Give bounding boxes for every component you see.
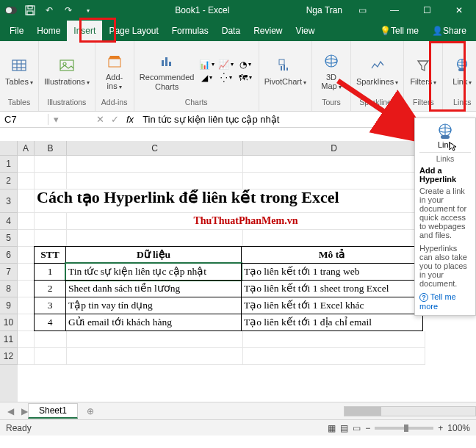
minimize-icon[interactable]: — [382, 1, 407, 19]
ribbon-group-addins: Add-ins Add-ins [95, 41, 134, 111]
zoom-slider[interactable] [375, 427, 433, 430]
app-name: Excel [208, 5, 229, 15]
window-title: Book1 - Excel [98, 5, 306, 15]
row-7[interactable]: 7 [0, 264, 18, 281]
sheet-nav-next-icon[interactable]: ▶ [21, 406, 28, 416]
row-6[interactable]: 6 [0, 247, 18, 264]
formula-bar: C7 ▾ ✕ ✓ fx Tin tức sự kiện liên tục cập… [0, 112, 476, 128]
row-11[interactable]: 11 [0, 331, 18, 348]
svg-rect-4 [27, 11, 33, 15]
sheet-tab-1[interactable]: Sheet1 [28, 403, 78, 419]
zoom-value[interactable]: 100% [447, 423, 470, 433]
ribbon-group-tours: 3D Map Tours [312, 41, 351, 111]
titlebar-right: Nga Tran ▭ — ☐ ✕ [306, 1, 476, 19]
chart-pie-icon[interactable]: ◔ [239, 59, 251, 71]
svg-rect-10 [60, 60, 73, 71]
new-sheet-icon[interactable]: ⊕ [78, 406, 103, 416]
row-9[interactable]: 9 [0, 297, 18, 314]
menu-share[interactable]: 👤 Share [425, 21, 473, 41]
chart-map-icon[interactable]: 🗺 [239, 72, 251, 84]
ribbon-group-illustrations: Illustrations Illustrations [39, 41, 95, 111]
select-all-corner[interactable] [0, 141, 18, 155]
book-name: Book1 [175, 5, 200, 15]
menu-view[interactable]: View [289, 21, 322, 41]
menu-data[interactable]: Data [215, 21, 247, 41]
ribbon-display-icon[interactable]: ▭ [350, 1, 375, 19]
undo-icon[interactable]: ↶ [43, 4, 56, 17]
row-1[interactable]: 1 [0, 156, 18, 173]
menu-page-layout[interactable]: Page Layout [102, 21, 165, 41]
ribbon-group-charts: Recommended Charts 📊 📈 ◔ ◢ ⁛ 🗺 Charts [134, 41, 259, 111]
menu-formulas[interactable]: Formulas [165, 21, 215, 41]
3dmap-button[interactable]: 3D Map [314, 49, 349, 93]
col-a[interactable]: A [18, 141, 35, 155]
svg-rect-12 [109, 59, 120, 67]
tables-button[interactable]: Tables [1, 54, 37, 88]
row-2[interactable]: 2 [0, 173, 18, 189]
tooltip-link-button[interactable]: Link [419, 123, 471, 149]
addins-button[interactable]: Add-ins [97, 49, 132, 93]
recommended-charts-button[interactable]: Recommended Charts [136, 49, 198, 92]
row-12[interactable]: 12 [0, 348, 18, 365]
svg-point-1 [6, 7, 12, 13]
fx-icon[interactable]: fx [122, 114, 138, 125]
menu-review[interactable]: Review [247, 21, 289, 41]
qat-more-icon[interactable] [81, 4, 94, 17]
selected-cell[interactable]: Tin tức sự kiện liên tục cập nhật [65, 263, 242, 281]
maximize-icon[interactable]: ☐ [414, 1, 439, 19]
cursor-icon [449, 142, 458, 152]
subtitle-cell[interactable]: ThuThuatPhanMem.vn [67, 213, 425, 230]
col-d[interactable]: D [243, 141, 425, 155]
formula-input[interactable]: Tin tức sự kiện liên tục cập nhật [138, 114, 461, 125]
view-normal-icon[interactable]: ▦ [328, 423, 336, 433]
title-cell[interactable]: Cách tạo Hyperlink để liên kết trong Exc… [35, 189, 425, 213]
ribbon-group-sparklines: Sparklines Sparklines [351, 41, 404, 111]
enter-formula-icon[interactable]: ✓ [107, 114, 122, 125]
chart-line-icon[interactable]: 📈 [220, 59, 232, 71]
row-3[interactable]: 3 [0, 189, 18, 213]
svg-rect-16 [279, 59, 284, 65]
menu-home[interactable]: Home [30, 21, 67, 41]
quick-access-toolbar: ↶ ↷ [0, 4, 98, 17]
cancel-formula-icon[interactable]: ✕ [93, 114, 107, 125]
redo-icon[interactable]: ↷ [62, 4, 75, 17]
menu-insert[interactable]: Insert [67, 21, 102, 41]
sparklines-button[interactable]: Sparklines [353, 54, 402, 88]
row-5[interactable]: 5 [0, 230, 18, 247]
zoom-out-icon[interactable]: − [365, 423, 370, 433]
name-box[interactable]: C7 [0, 114, 48, 125]
zoom-in-icon[interactable]: + [438, 423, 443, 433]
ribbon-group-links: Link Links [443, 41, 476, 111]
autosave-toggle[interactable] [4, 4, 18, 17]
sheet-nav-prev-icon[interactable]: ◀ [0, 406, 21, 416]
tell-me-more-link[interactable]: ? Tell me more [419, 292, 471, 311]
chart-bar-icon[interactable]: 📊 [201, 59, 213, 71]
save-icon[interactable] [24, 4, 37, 17]
menubar: File Home Insert Page Layout Formulas Da… [0, 21, 476, 41]
svg-rect-5 [12, 60, 26, 71]
menu-tellme[interactable]: 💡 Tell me [373, 21, 425, 41]
row-8[interactable]: 8 [0, 281, 18, 297]
namebox-dropdown-icon[interactable]: ▾ [48, 114, 63, 125]
close-icon[interactable]: ✕ [447, 1, 472, 19]
filters-button[interactable]: Filters [405, 54, 441, 88]
table-icon [9, 55, 29, 76]
menu-file[interactable]: File [3, 21, 30, 41]
col-c[interactable]: C [67, 141, 243, 155]
svg-rect-27 [441, 135, 450, 139]
row-10[interactable]: 10 [0, 314, 18, 331]
col-b[interactable]: B [35, 141, 67, 155]
view-break-icon[interactable]: ▭ [353, 423, 361, 433]
view-layout-icon[interactable]: ▤ [340, 423, 348, 433]
link-tooltip: Link Links Add a Hyperlink Create a link… [414, 118, 476, 316]
grid-body[interactable]: Cách tạo Hyperlink để liên kết trong Exc… [18, 156, 476, 402]
chart-scatter-icon[interactable]: ⁛ [220, 72, 232, 84]
link-button[interactable]: Link [444, 54, 476, 88]
chart-area-icon[interactable]: ◢ [201, 72, 213, 84]
pivotchart-button[interactable]: PivotChart [261, 54, 310, 88]
svg-rect-18 [284, 65, 285, 71]
ribbon: Tables Tables Illustrations Illustration… [0, 41, 476, 112]
row-4[interactable]: 4 [0, 213, 18, 230]
illustrations-button[interactable]: Illustrations [40, 54, 93, 88]
horizontal-scrollbar[interactable] [344, 406, 476, 416]
